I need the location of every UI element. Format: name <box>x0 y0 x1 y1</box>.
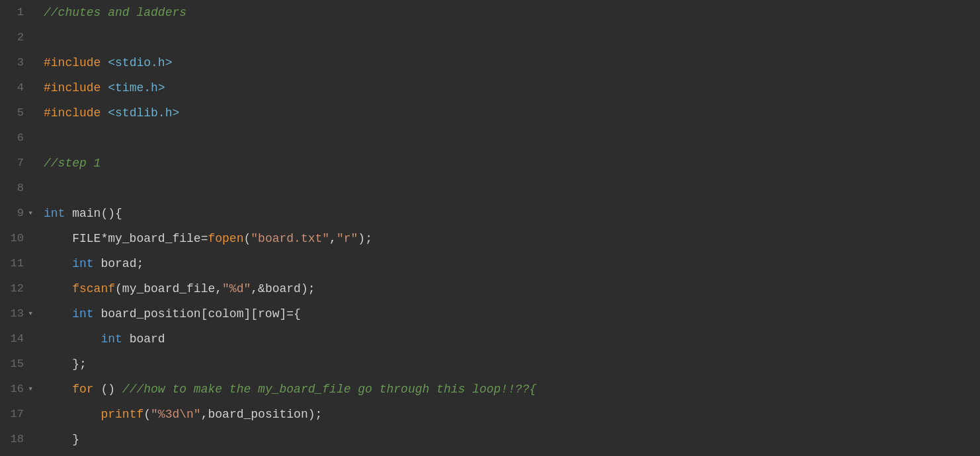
token: #include <box>44 75 101 100</box>
code-line-5: #include <stdlib.h> <box>44 100 980 126</box>
token: board_position[colom][row]={ <box>94 301 301 326</box>
code-line-3: #include <stdio.h> <box>44 50 980 75</box>
token: int <box>72 251 93 276</box>
token <box>101 100 108 126</box>
line-number-17: 17 <box>7 402 24 427</box>
token: FILE*my_board_file= <box>44 226 208 251</box>
token <box>44 276 72 301</box>
token: "%3d\n" <box>151 402 201 427</box>
token: <stdio.h> <box>108 50 172 75</box>
token: "board.txt" <box>251 226 329 251</box>
token <box>101 50 108 75</box>
line-number-7: 7 <box>7 151 24 176</box>
token: ,board_position); <box>201 402 323 427</box>
token <box>101 75 108 100</box>
token <box>44 251 72 276</box>
token: (my_board_file, <box>115 276 222 301</box>
token: board <box>122 326 165 352</box>
token: #include <box>44 50 101 75</box>
token: , <box>329 226 337 251</box>
code-line-17: printf("%3d\n",board_position); <box>44 402 980 427</box>
token: for <box>72 377 93 402</box>
line-number-13: 13▾ <box>7 301 24 326</box>
code-line-2 <box>44 25 980 50</box>
line-number-8: 8 <box>7 176 24 201</box>
line-number-18: 18 <box>7 427 24 452</box>
code-line-16: for () ///how to make the my_board_file … <box>44 377 980 402</box>
fold-arrow-icon[interactable]: ▾ <box>28 377 33 402</box>
token: "%d" <box>222 276 251 301</box>
code-line-11: int borad; <box>44 251 980 276</box>
token <box>44 326 101 352</box>
token: ( <box>143 402 151 427</box>
token: "r" <box>337 226 358 251</box>
code-line-7: //step 1 <box>44 151 980 176</box>
line-number-3: 3 <box>7 50 24 75</box>
token: int <box>44 201 65 226</box>
line-number-16: 16▾ <box>7 377 24 402</box>
code-content[interactable]: //chutes and ladders#include <stdio.h>#i… <box>34 0 980 456</box>
token <box>44 402 101 427</box>
line-number-19: 19 <box>7 452 24 456</box>
code-line-1: //chutes and ladders <box>44 0 980 25</box>
code-line-13: int board_position[colom][row]={ <box>44 301 980 326</box>
line-number-4: 4 <box>7 75 24 100</box>
code-line-14: int board <box>44 326 980 352</box>
line-number-1: 1 <box>7 0 24 25</box>
token: } <box>44 427 79 452</box>
code-line-8 <box>44 176 980 201</box>
line-number-10: 10 <box>7 226 24 251</box>
token: }; <box>44 352 87 377</box>
line-number-5: 5 <box>7 100 24 126</box>
token: ///how to make the my_board_file go thro… <box>122 377 537 402</box>
token: printf <box>101 402 143 427</box>
line-number-15: 15 <box>7 352 24 377</box>
token <box>44 301 72 326</box>
code-line-6 <box>44 126 980 151</box>
line-number-11: 11 <box>7 251 24 276</box>
code-line-4: #include <time.h> <box>44 75 980 100</box>
fold-arrow-icon[interactable]: ▾ <box>28 201 33 226</box>
token: ); <box>358 226 372 251</box>
token <box>44 377 72 402</box>
code-line-18: } <box>44 427 980 452</box>
token: #include <box>44 100 101 126</box>
token: fscanf <box>72 276 115 301</box>
token: borad; <box>94 251 144 276</box>
token: () <box>94 377 122 402</box>
token: //step 1 <box>44 151 101 176</box>
token: //chutes and ladders <box>44 0 186 25</box>
token: <time.h> <box>108 75 165 100</box>
token: int <box>101 326 122 352</box>
token: int <box>72 301 93 326</box>
token: <stdlib.h> <box>108 100 179 126</box>
code-line-19 <box>44 452 980 456</box>
code-line-15: }; <box>44 352 980 377</box>
code-editor: 123456789▾10111213▾141516▾171819 //chute… <box>0 0 980 456</box>
token: ,&board); <box>251 276 315 301</box>
code-line-10: FILE*my_board_file=fopen("board.txt","r"… <box>44 226 980 251</box>
line-number-12: 12 <box>7 276 24 301</box>
fold-arrow-icon[interactable]: ▾ <box>28 301 33 326</box>
token: main(){ <box>65 201 122 226</box>
line-number-14: 14 <box>7 326 24 352</box>
token: fopen <box>208 226 243 251</box>
line-number-6: 6 <box>7 126 24 151</box>
code-line-12: fscanf(my_board_file,"%d",&board); <box>44 276 980 301</box>
code-line-9: int main(){ <box>44 201 980 226</box>
line-number-9: 9▾ <box>7 201 24 226</box>
token: ( <box>243 226 251 251</box>
line-number-2: 2 <box>7 25 24 50</box>
line-numbers: 123456789▾10111213▾141516▾171819 <box>0 0 34 456</box>
